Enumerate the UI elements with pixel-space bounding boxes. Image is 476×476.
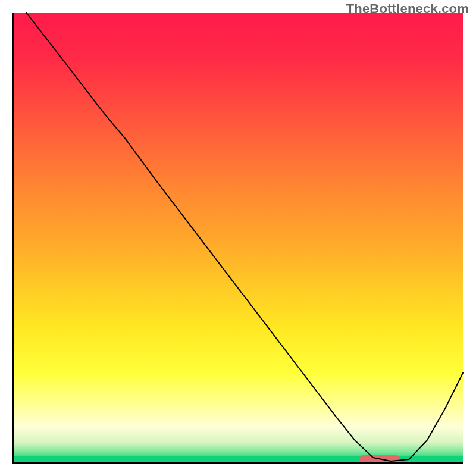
chart-container: TheBottleneck.com — [0, 0, 476, 476]
plot-background — [13, 13, 463, 463]
bottleneck-chart — [0, 0, 476, 476]
watermark-text: TheBottleneck.com — [346, 1, 469, 17]
